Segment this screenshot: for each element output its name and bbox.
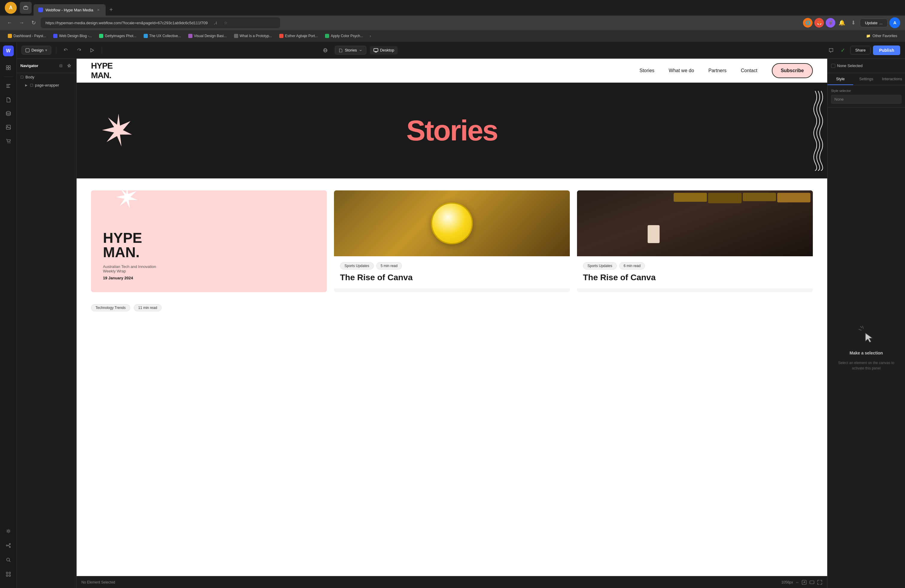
svg-point-15 — [6, 545, 8, 546]
tab-style[interactable]: Style — [827, 73, 853, 85]
bottom-tag-1: Technology Trends — [91, 304, 130, 311]
style-selector-input[interactable]: None — [831, 95, 902, 103]
bookmark-dashboard[interactable]: Dashboard - Payst... — [5, 33, 49, 39]
publish-button[interactable]: Publish — [873, 46, 900, 55]
browser-tab-active[interactable]: Webflow - Hype Man Media ✕ — [33, 4, 106, 16]
toolbar-cms[interactable] — [2, 107, 15, 120]
new-tab-button[interactable]: + — [106, 5, 116, 14]
bookmark-color[interactable]: Apply Color Psych... — [322, 33, 366, 39]
locale-button[interactable] — [319, 46, 331, 54]
nav-contact-link[interactable]: Contact — [741, 68, 757, 73]
make-selection-title: Make a selection — [849, 351, 883, 355]
update-button[interactable]: Update ... — [860, 19, 888, 27]
nav-stories-link[interactable]: Stories — [640, 68, 654, 73]
bookmark-label: Web Design Blog -... — [59, 34, 92, 38]
featured-subtitle: Australian Tech and Innovation — [103, 264, 315, 269]
toolbar-settings[interactable] — [2, 524, 15, 538]
toolbar-navigator[interactable] — [2, 79, 15, 92]
bookmark-star-icon[interactable]: ☆ — [221, 19, 230, 27]
canvas-area[interactable]: HYPE MAN. Stories What we do Partners Co… — [76, 59, 827, 588]
bookmark-favicon — [99, 34, 103, 38]
toolbar-search[interactable] — [2, 553, 15, 566]
device-label: Desktop — [380, 48, 394, 52]
preview-logo: HYPE MAN. — [91, 61, 113, 80]
svg-marker-29 — [102, 114, 132, 147]
subscribe-button[interactable]: Subscribe — [772, 63, 813, 78]
bookmark-favicon — [188, 34, 192, 38]
reload-button[interactable]: ↻ — [29, 18, 38, 27]
bookmark-webdesign[interactable]: Web Design Blog -... — [50, 33, 95, 39]
bookmark-favicon — [53, 34, 57, 38]
cursor-illustration — [856, 325, 877, 346]
extension-icon-5: ⬇ — [848, 18, 858, 27]
tab-settings[interactable]: Settings — [853, 73, 879, 85]
toolbar-add-element[interactable] — [2, 61, 15, 74]
comment-button[interactable] — [826, 46, 836, 55]
preview-nav-links: Stories What we do Partners Contact — [640, 68, 757, 73]
design-mode-button[interactable]: Design ▾ — [22, 46, 51, 54]
logo-man: MAN. — [91, 71, 113, 80]
card-2-tag-category: Sports Updates — [583, 262, 617, 269]
canvas-width: 1056px — [781, 580, 793, 585]
forward-button[interactable]: → — [17, 18, 26, 27]
preview-button[interactable] — [87, 46, 97, 55]
external-link-icon[interactable] — [802, 580, 807, 585]
navigator-collapse-button[interactable]: ⊟ — [57, 62, 64, 70]
svg-rect-8 — [6, 87, 10, 88]
toolbar-ecommerce[interactable] — [2, 134, 15, 148]
toolbar-assets[interactable] — [2, 121, 15, 134]
make-selection-desc: Select an element on the canvas to activ… — [835, 360, 898, 371]
bookmark-gettyimages[interactable]: Gettyimages Phot... — [96, 33, 139, 39]
content-area: Navigator ⊟ ☐ Body ▶ ☐ page-wrapper — [17, 59, 905, 588]
bookmark-prototype[interactable]: What Is a Prototyp... — [231, 33, 275, 39]
address-bar[interactable]: https://hypeman-media.design.webflow.com… — [41, 17, 280, 28]
svg-rect-3 — [9, 65, 11, 67]
nav-whatwedo-link[interactable]: What we do — [669, 68, 694, 73]
extension-icon-3: 🦸 — [826, 18, 835, 27]
svg-rect-28 — [374, 49, 378, 51]
desktop-device-button[interactable]: Desktop — [370, 46, 398, 54]
website-preview: HYPE MAN. Stories What we do Partners Co… — [76, 59, 827, 576]
svg-line-34 — [859, 329, 861, 330]
bookmark-favicon — [234, 34, 238, 38]
svg-line-35 — [862, 326, 864, 329]
bookmarks-more[interactable]: › — [367, 32, 373, 40]
bookmark-ux[interactable]: The UX Collective... — [141, 33, 184, 39]
browser-toolbar: ← → ↻ https://hypeman-media.design.webfl… — [0, 16, 905, 30]
topbar-checkmark[interactable]: ✓ — [838, 46, 848, 55]
bookmark-label: Esther Agbaje Port... — [285, 34, 318, 38]
right-panel: None Selected Style Settings Interaction… — [827, 59, 905, 588]
nav-item-page-wrapper[interactable]: ▶ ☐ page-wrapper — [17, 81, 76, 89]
make-selection-area: Make a selection Select an element on th… — [827, 108, 905, 588]
translate-icon[interactable]: 𝓐 — [211, 19, 220, 27]
tab-interactions[interactable]: Interactions — [879, 73, 905, 85]
navigator-pin-button[interactable] — [65, 62, 73, 70]
wrapper-checkbox-icon: ☐ — [30, 83, 33, 87]
share-button[interactable]: Share — [850, 46, 871, 54]
responsive-icon[interactable] — [809, 580, 814, 585]
webflow-logo[interactable]: W — [3, 46, 14, 56]
toolbar-logic[interactable] — [2, 539, 15, 552]
navigator-title: Navigator — [21, 64, 55, 68]
nav-item-body[interactable]: ☐ Body — [17, 73, 76, 81]
undo-button[interactable] — [61, 46, 71, 55]
toolbar-pages[interactable] — [2, 93, 15, 106]
tab-group-button[interactable] — [20, 2, 32, 14]
tab-close-button[interactable]: ✕ — [95, 7, 101, 13]
extension-icon-4: 🔔 — [837, 18, 847, 27]
featured-card: HYPE MAN. Australian Tech and Innovation… — [91, 191, 327, 292]
back-button[interactable]: ← — [5, 18, 14, 27]
other-favorites[interactable]: 📁 Other Favorites — [863, 33, 900, 39]
browser-chrome: A Webflow - Hype Man Media ✕ + ← → ↻ htt… — [0, 0, 905, 42]
fullscreen-icon[interactable] — [817, 580, 822, 585]
featured-subtitle2: Weekly Wrap — [103, 269, 315, 273]
toolbar-apps[interactable] — [2, 567, 15, 581]
redo-button[interactable] — [74, 46, 84, 55]
nav-partners-link[interactable]: Partners — [708, 68, 726, 73]
bookmark-visual[interactable]: Visual Design Basi... — [185, 33, 230, 39]
bookmark-esther[interactable]: Esther Agbaje Port... — [276, 33, 321, 39]
topbar-right: ✓ Share Publish — [826, 46, 900, 55]
bookmark-label: Visual Design Basi... — [194, 34, 227, 38]
page-selector[interactable]: Stories — [335, 46, 366, 54]
browser-menu-icon[interactable]: A — [889, 17, 900, 28]
